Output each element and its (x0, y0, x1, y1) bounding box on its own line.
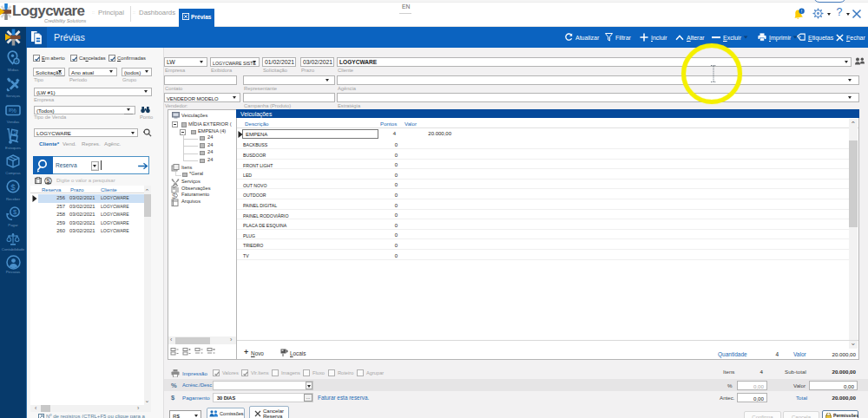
svg-text:$: $ (13, 208, 17, 216)
svg-text:$: $ (10, 182, 16, 192)
svg-text:%: % (10, 107, 16, 114)
svg-text:2: 2 (14, 130, 16, 135)
svg-text:S: S (46, 178, 50, 184)
